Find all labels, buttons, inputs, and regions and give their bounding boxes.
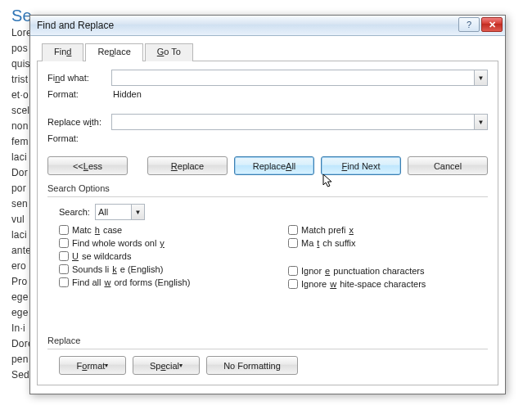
replace-button[interactable]: Replace: [147, 156, 228, 175]
search-direction-value: All: [98, 207, 108, 217]
check-whole-words[interactable]: Find whole words only: [59, 238, 288, 248]
find-replace-dialog: Find and Replace ? ✕ Find Replace Go To …: [29, 15, 506, 394]
replace-format-label: Format:: [47, 133, 111, 143]
check-sounds-like-box[interactable]: [59, 264, 69, 274]
special-button[interactable]: Special ▾: [133, 356, 200, 375]
format-button[interactable]: Format ▾: [59, 356, 126, 375]
check-word-forms-box[interactable]: [59, 277, 69, 287]
replace-all-button[interactable]: Replace All: [234, 156, 314, 175]
close-button[interactable]: ✕: [481, 17, 503, 32]
search-direction-dropdown-icon[interactable]: ▼: [131, 205, 144, 219]
check-whole-words-box[interactable]: [59, 238, 69, 248]
find-format-label: Format:: [47, 89, 111, 99]
check-ignore-punct[interactable]: Ignore punctuation characters: [288, 266, 452, 276]
check-match-case[interactable]: Match case: [59, 225, 288, 235]
no-formatting-button[interactable]: No Formatting: [206, 356, 298, 375]
check-ignore-whitespace[interactable]: Ignore white-space characters: [288, 279, 452, 289]
tab-goto[interactable]: Go To: [145, 43, 193, 61]
check-wildcards-box[interactable]: [59, 251, 69, 261]
tabstrip: Find Replace Go To: [37, 43, 498, 61]
check-wildcards[interactable]: Use wildcards: [59, 251, 288, 261]
find-what-input[interactable]: ▼: [111, 70, 488, 86]
divider: [47, 196, 488, 197]
less-button[interactable]: << Less: [47, 156, 128, 175]
replace-with-label: Replace with:: [47, 117, 111, 127]
replace-with-input[interactable]: ▼: [111, 114, 488, 130]
find-what-dropdown-icon[interactable]: ▼: [474, 70, 487, 85]
replace-group-label: Replace: [47, 336, 488, 345]
check-match-suffix[interactable]: Match suffix: [288, 238, 452, 248]
titlebar[interactable]: Find and Replace ? ✕: [30, 16, 505, 36]
tab-find[interactable]: Find: [42, 43, 83, 61]
check-match-case-box[interactable]: [59, 225, 69, 235]
cancel-label: Cancel: [434, 161, 462, 171]
check-match-prefix-box[interactable]: [288, 225, 298, 235]
replace-with-dropdown-icon[interactable]: ▼: [474, 115, 487, 129]
find-what-label: Find what:: [47, 73, 111, 83]
close-icon: ✕: [489, 20, 496, 30]
chevron-down-icon: ▾: [105, 362, 108, 369]
cancel-button[interactable]: Cancel: [408, 156, 488, 175]
help-button[interactable]: ?: [458, 17, 480, 32]
check-ignore-whitespace-box[interactable]: [288, 279, 298, 289]
divider: [47, 349, 488, 349]
find-next-button[interactable]: Find Next: [321, 156, 401, 175]
check-match-suffix-box[interactable]: [288, 238, 298, 248]
tab-replace[interactable]: Replace: [85, 43, 142, 61]
search-direction-label: Search:: [59, 207, 90, 217]
tab-body: Find what: ▼ Format: Hidden Replace with…: [37, 61, 498, 385]
find-format-value: Hidden: [111, 89, 142, 99]
chevron-down-icon: ▾: [179, 362, 183, 369]
help-icon: ?: [467, 20, 471, 29]
check-word-forms[interactable]: Find all word forms (English): [59, 277, 288, 287]
check-match-prefix[interactable]: Match prefix: [288, 225, 452, 235]
dialog-title: Find and Replace: [37, 20, 114, 31]
check-ignore-punct-box[interactable]: [288, 266, 298, 276]
check-sounds-like[interactable]: Sounds like (English): [59, 264, 288, 274]
search-options-label: Search Options: [47, 183, 488, 193]
search-direction-select[interactable]: All ▼: [95, 204, 145, 220]
